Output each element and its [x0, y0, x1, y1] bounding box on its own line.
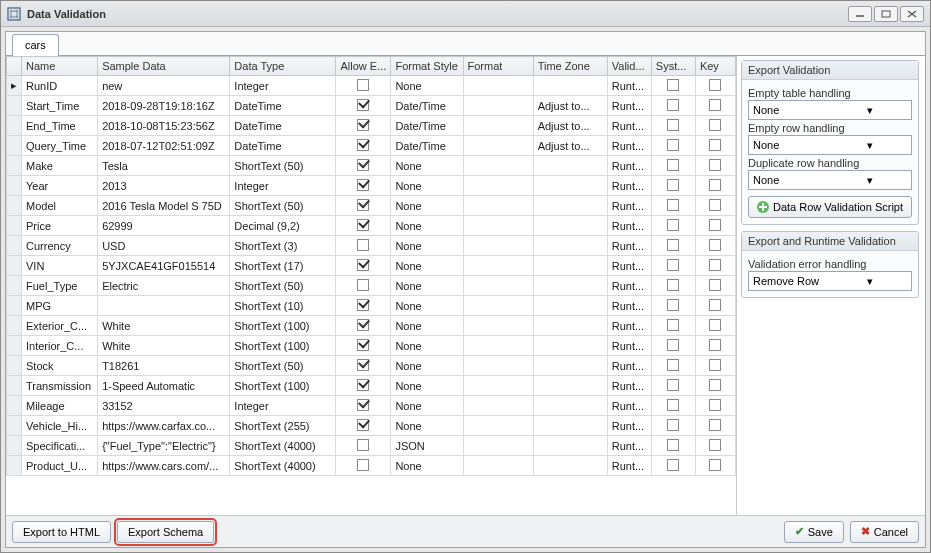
cell-allow-empty[interactable] — [336, 96, 391, 116]
row-header-cell[interactable] — [7, 276, 22, 296]
data-row-validation-script-button[interactable]: Data Row Validation Script — [748, 196, 912, 218]
cell-validation[interactable]: Runt... — [607, 156, 651, 176]
cell-format[interactable] — [463, 336, 533, 356]
cell-validation[interactable]: Runt... — [607, 116, 651, 136]
cell-key[interactable] — [695, 456, 735, 476]
cell-datatype[interactable]: ShortText (50) — [230, 156, 336, 176]
cell-format-style[interactable]: None — [391, 296, 463, 316]
cell-system[interactable] — [651, 116, 695, 136]
table-row[interactable]: MPGShortText (10)NoneRunt... — [7, 296, 736, 316]
cell-system[interactable] — [651, 256, 695, 276]
cell-name[interactable]: Vehicle_Hi... — [22, 416, 98, 436]
cell-sample[interactable]: 5YJXCAE41GF015514 — [98, 256, 230, 276]
cell-allow-empty[interactable] — [336, 456, 391, 476]
cell-timezone[interactable] — [533, 196, 607, 216]
col-name[interactable]: Name — [22, 57, 98, 76]
system-checkbox[interactable] — [667, 139, 679, 151]
cell-system[interactable] — [651, 136, 695, 156]
allow-empty-checkbox[interactable] — [357, 199, 369, 211]
allow-empty-checkbox[interactable] — [357, 139, 369, 151]
key-checkbox[interactable] — [709, 79, 721, 91]
grid-wrap[interactable]: Name Sample Data Data Type Allow E... Fo… — [6, 56, 737, 515]
cell-datatype[interactable]: DateTime — [230, 96, 336, 116]
system-checkbox[interactable] — [667, 359, 679, 371]
allow-empty-checkbox[interactable] — [357, 399, 369, 411]
allow-empty-checkbox[interactable] — [357, 319, 369, 331]
cell-system[interactable] — [651, 176, 695, 196]
cell-format[interactable] — [463, 356, 533, 376]
cell-validation[interactable]: Runt... — [607, 316, 651, 336]
table-row[interactable]: Start_Time2018-09-28T19:18:16ZDateTimeDa… — [7, 96, 736, 116]
cell-timezone[interactable]: Adjust to... — [533, 136, 607, 156]
row-header-cell[interactable] — [7, 436, 22, 456]
cell-name[interactable]: End_Time — [22, 116, 98, 136]
cell-datatype[interactable]: ShortText (4000) — [230, 456, 336, 476]
cell-validation[interactable]: Runt... — [607, 96, 651, 116]
cell-allow-empty[interactable] — [336, 376, 391, 396]
table-row[interactable]: Price62999Decimal (9,2)NoneRunt... — [7, 216, 736, 236]
cell-key[interactable] — [695, 136, 735, 156]
cell-allow-empty[interactable] — [336, 356, 391, 376]
cell-allow-empty[interactable] — [336, 156, 391, 176]
cell-system[interactable] — [651, 336, 695, 356]
table-row[interactable]: Fuel_TypeElectricShortText (50)NoneRunt.… — [7, 276, 736, 296]
cell-system[interactable] — [651, 316, 695, 336]
system-checkbox[interactable] — [667, 99, 679, 111]
cell-format-style[interactable]: None — [391, 256, 463, 276]
system-checkbox[interactable] — [667, 199, 679, 211]
cell-name[interactable]: MPG — [22, 296, 98, 316]
table-row[interactable]: Product_U...https://www.cars.com/...Shor… — [7, 456, 736, 476]
col-key[interactable]: Key — [695, 57, 735, 76]
cell-datatype[interactable]: Decimal (9,2) — [230, 216, 336, 236]
table-row[interactable]: ▸RunIDnewIntegerNoneRunt... — [7, 76, 736, 96]
cell-timezone[interactable]: Adjust to... — [533, 96, 607, 116]
cell-timezone[interactable] — [533, 216, 607, 236]
cell-allow-empty[interactable] — [336, 76, 391, 96]
system-checkbox[interactable] — [667, 419, 679, 431]
cell-datatype[interactable]: ShortText (4000) — [230, 436, 336, 456]
row-header-cell[interactable] — [7, 236, 22, 256]
cell-format-style[interactable]: None — [391, 176, 463, 196]
cell-sample[interactable]: 33152 — [98, 396, 230, 416]
cell-sample[interactable]: T18261 — [98, 356, 230, 376]
cell-timezone[interactable] — [533, 296, 607, 316]
cell-key[interactable] — [695, 96, 735, 116]
key-checkbox[interactable] — [709, 399, 721, 411]
cell-system[interactable] — [651, 236, 695, 256]
cell-datatype[interactable]: Integer — [230, 396, 336, 416]
cell-sample[interactable]: {"Fuel_Type":"Electric"} — [98, 436, 230, 456]
cell-timezone[interactable] — [533, 336, 607, 356]
table-row[interactable]: Year2013IntegerNoneRunt... — [7, 176, 736, 196]
cell-datatype[interactable]: ShortText (100) — [230, 336, 336, 356]
cell-validation[interactable]: Runt... — [607, 256, 651, 276]
cell-key[interactable] — [695, 156, 735, 176]
allow-empty-checkbox[interactable] — [357, 459, 369, 471]
cell-datatype[interactable]: ShortText (50) — [230, 196, 336, 216]
table-row[interactable]: Query_Time2018-07-12T02:51:09ZDateTimeDa… — [7, 136, 736, 156]
cell-datatype[interactable]: ShortText (10) — [230, 296, 336, 316]
system-checkbox[interactable] — [667, 159, 679, 171]
cell-datatype[interactable]: ShortText (50) — [230, 276, 336, 296]
system-checkbox[interactable] — [667, 179, 679, 191]
allow-empty-checkbox[interactable] — [357, 339, 369, 351]
cell-validation[interactable]: Runt... — [607, 296, 651, 316]
cell-name[interactable]: VIN — [22, 256, 98, 276]
cell-format-style[interactable]: None — [391, 316, 463, 336]
cell-format[interactable] — [463, 376, 533, 396]
cell-sample[interactable]: White — [98, 316, 230, 336]
cell-allow-empty[interactable] — [336, 196, 391, 216]
cell-key[interactable] — [695, 116, 735, 136]
key-checkbox[interactable] — [709, 299, 721, 311]
cell-timezone[interactable] — [533, 356, 607, 376]
key-checkbox[interactable] — [709, 159, 721, 171]
cell-allow-empty[interactable] — [336, 396, 391, 416]
cell-format[interactable] — [463, 216, 533, 236]
system-checkbox[interactable] — [667, 239, 679, 251]
row-header-cell[interactable] — [7, 136, 22, 156]
cell-timezone[interactable] — [533, 456, 607, 476]
cell-allow-empty[interactable] — [336, 216, 391, 236]
cell-format[interactable] — [463, 96, 533, 116]
cell-system[interactable] — [651, 276, 695, 296]
col-validation[interactable]: Valid... — [607, 57, 651, 76]
cell-system[interactable] — [651, 376, 695, 396]
